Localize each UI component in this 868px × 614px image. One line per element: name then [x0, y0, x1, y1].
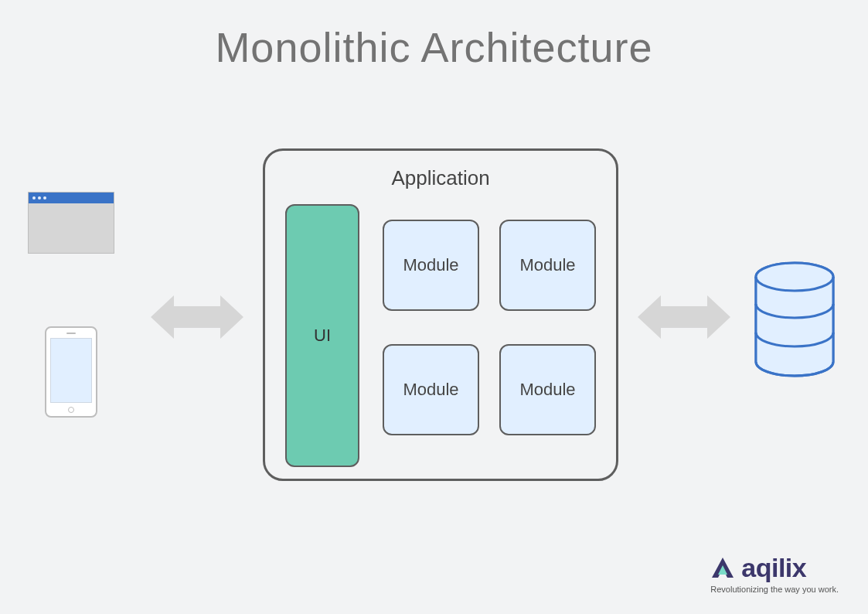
ui-box: UI [285, 204, 359, 467]
module-box: Module [383, 220, 479, 311]
logo-name: aqilix [741, 553, 806, 583]
module-box: Module [499, 220, 596, 311]
logo-tagline: Revolutionizing the way you work. [710, 585, 839, 594]
module-box: Module [499, 344, 596, 435]
mobile-device-icon [45, 326, 97, 418]
svg-marker-0 [151, 295, 243, 339]
bidirectional-arrow-icon [638, 291, 730, 343]
diagram-title: Monolithic Architecture [0, 23, 868, 71]
application-container: Application UI Module Module Module Modu… [263, 148, 618, 481]
browser-window-icon [28, 192, 114, 254]
application-label: Application [285, 166, 596, 190]
brand-logo: aqilix Revolutionizing the way you work. [710, 553, 839, 594]
bidirectional-arrow-icon [151, 291, 243, 343]
logo-mark-icon [710, 556, 735, 581]
module-box: Module [383, 344, 479, 435]
database-icon [752, 261, 837, 377]
svg-marker-1 [638, 295, 730, 339]
svg-point-4 [756, 263, 833, 291]
